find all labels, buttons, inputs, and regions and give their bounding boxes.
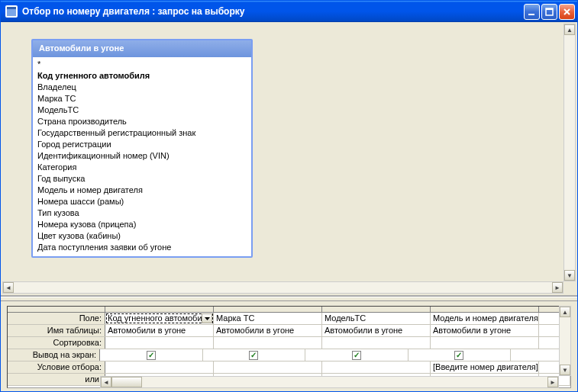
field-item[interactable]: Дата поступления заявки об угоне: [36, 242, 251, 253]
query-design-window: Отбор по номеру двигателя : запрос на вы…: [0, 0, 578, 392]
qbe-sort-cell[interactable]: [105, 337, 214, 349]
scroll-down-button[interactable]: ▼: [560, 365, 570, 375]
qbe-row-field: Поле: Код угненного автомобиля Марка ТС …: [8, 313, 570, 325]
field-item[interactable]: Категория: [36, 162, 251, 173]
table-fieldlist[interactable]: Автомобили в угоне * Код угненного автом…: [31, 39, 253, 258]
qbe-pane: Поле: Код угненного автомобиля Марка ТС …: [1, 301, 577, 391]
scroll-left-button[interactable]: ◄: [101, 377, 111, 387]
qbe-criteria-cell[interactable]: [322, 361, 431, 373]
field-item-star[interactable]: *: [36, 59, 251, 70]
scroll-right-button[interactable]: ►: [547, 377, 558, 387]
qbe-row-sort: Сортировка:: [8, 337, 570, 349]
qbe-criteria-cell[interactable]: [105, 361, 214, 373]
vertical-scrollbar[interactable]: ▲ ▼: [563, 24, 576, 281]
field-item[interactable]: МодельТС: [36, 104, 251, 116]
field-item-pk[interactable]: Код угненного автомобиля: [36, 70, 251, 82]
qbe-row-show: Вывод на экран:: [8, 349, 570, 361]
field-item[interactable]: Марка ТС: [36, 93, 251, 104]
qbe-criteria-cell[interactable]: [214, 361, 322, 373]
qbe-show-cell[interactable]: [408, 349, 511, 361]
qbe-label-sort: Сортировка:: [8, 337, 105, 349]
qbe-column-selector[interactable]: [105, 307, 214, 312]
qbe-column-selector[interactable]: [214, 307, 322, 312]
qbe-sort-cell[interactable]: [431, 337, 539, 349]
qbe-field-cell[interactable]: Марка ТС: [214, 313, 322, 324]
minimize-button[interactable]: [524, 4, 540, 20]
titlebar[interactable]: Отбор по номеру двигателя : запрос на вы…: [1, 1, 577, 22]
vertical-scrollbar[interactable]: ▲ ▼: [559, 306, 571, 376]
table-fieldlist-title[interactable]: Автомобили в угоне: [33, 40, 251, 57]
qbe-criteria-cell[interactable]: [Введите номер двигателя]: [431, 361, 539, 373]
field-item[interactable]: Модель и номер двигателя: [36, 185, 251, 196]
svg-rect-2: [528, 14, 534, 15]
scroll-up-button[interactable]: ▲: [560, 307, 570, 317]
scroll-track[interactable]: [111, 377, 547, 387]
scroll-left-button[interactable]: ◄: [3, 282, 14, 293]
horizontal-scrollbar[interactable]: ◄ ►: [2, 281, 563, 294]
qbe-table-cell[interactable]: Автомобили в угоне: [214, 325, 322, 336]
horizontal-scrollbar[interactable]: ◄ ►: [100, 376, 559, 388]
field-item[interactable]: Номера кузова (прицепа): [36, 219, 251, 230]
svg-rect-4: [546, 8, 553, 10]
field-item[interactable]: Год выпуска: [36, 173, 251, 185]
qbe-label-criteria: Условие отбора:: [8, 361, 105, 373]
qbe-sort-cell[interactable]: [214, 337, 322, 349]
app-icon: [5, 5, 18, 18]
dropdown-icon[interactable]: [202, 313, 212, 323]
field-item[interactable]: Идентификационный номер (VIN): [36, 150, 251, 162]
window-controls: [524, 4, 575, 20]
checkbox-checked-icon[interactable]: [249, 351, 258, 360]
qbe-column-selector[interactable]: [431, 307, 539, 312]
scroll-track[interactable]: [14, 282, 552, 293]
qbe-show-cell[interactable]: [203, 349, 305, 361]
qbe-show-cell[interactable]: [100, 349, 202, 361]
field-item[interactable]: Страна производитель: [36, 116, 251, 127]
scroll-track[interactable]: [560, 317, 570, 365]
qbe-label-field: Поле:: [8, 313, 105, 324]
qbe-row-table: Имя таблицы: Автомобили в угоне Автомоби…: [8, 325, 570, 337]
scroll-right-button[interactable]: ►: [552, 282, 563, 293]
qbe-table-cell[interactable]: Автомобили в угоне: [105, 325, 214, 336]
scroll-thumb[interactable]: [111, 377, 142, 387]
qbe-label-show: Вывод на экран:: [8, 349, 100, 361]
checkbox-checked-icon[interactable]: [147, 351, 156, 360]
qbe-sort-cell[interactable]: [322, 337, 431, 349]
scroll-up-button[interactable]: ▲: [564, 24, 575, 35]
qbe-table-cell[interactable]: Автомобили в угоне: [322, 325, 431, 336]
checkbox-checked-icon[interactable]: [352, 351, 361, 360]
qbe-field-cell[interactable]: МодельТС: [322, 313, 431, 324]
qbe-column-selector[interactable]: [322, 307, 431, 312]
field-item[interactable]: Государственный регистрационный знак: [36, 127, 251, 139]
qbe-label-or: или:: [8, 374, 105, 385]
tables-pane[interactable]: Автомобили в угоне * Код угненного автом…: [1, 22, 577, 297]
checkbox-checked-icon[interactable]: [454, 351, 463, 360]
field-item[interactable]: Город регистрации: [36, 139, 251, 150]
qbe-table-cell[interactable]: Автомобили в угоне: [431, 325, 539, 336]
maximize-button[interactable]: [541, 4, 557, 20]
field-list: * Код угненного автомобиля Владелец Марк…: [33, 57, 251, 256]
scroll-down-button[interactable]: ▼: [564, 270, 575, 281]
svg-rect-1: [7, 7, 16, 9]
qbe-field-cell[interactable]: Код угненного автомобиля: [105, 313, 214, 324]
close-button[interactable]: [559, 4, 575, 20]
qbe-row-criteria: Условие отбора: [Введите номер двигателя…: [8, 361, 570, 374]
field-item[interactable]: Тип кузова: [36, 207, 251, 219]
qbe-label-table: Имя таблицы:: [8, 325, 105, 336]
qbe-show-cell[interactable]: [305, 349, 408, 361]
field-item[interactable]: Владелец: [36, 82, 251, 93]
window-title: Отбор по номеру двигателя : запрос на вы…: [22, 6, 524, 17]
qbe-column-headers: [8, 307, 570, 313]
field-item[interactable]: Цвет кузова (кабины): [36, 230, 251, 242]
scroll-track[interactable]: [564, 35, 575, 270]
qbe-field-cell[interactable]: Модель и номер двигателя: [431, 313, 539, 324]
field-item[interactable]: Номера шасси (рамы): [36, 196, 251, 207]
